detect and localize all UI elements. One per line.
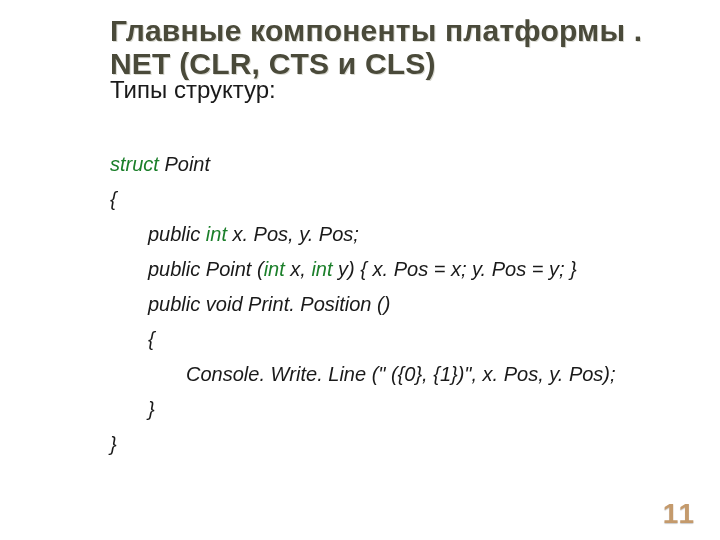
slide: Главные компоненты платформы . NET (CLR,…: [110, 10, 700, 530]
code-line: }: [110, 433, 117, 455]
page-number: 11: [663, 498, 694, 530]
code-text: x,: [285, 258, 312, 280]
code-line: Console. Write. Line (" ({0}, {1})", x. …: [110, 357, 616, 392]
code-block: struct Point { public int x. Pos, y. Pos…: [110, 112, 700, 462]
code-text: x. Pos, y. Pos;: [227, 223, 359, 245]
code-text: Point: [159, 153, 210, 175]
code-line: {: [110, 322, 155, 357]
code-line: public Point (int x, int y) { x. Pos = x…: [110, 252, 577, 287]
slide-subtitle: Типы структур:: [110, 76, 700, 104]
keyword-int: int: [264, 258, 285, 280]
keyword-int: int: [311, 258, 332, 280]
code-line: }: [110, 392, 155, 427]
keyword-struct: struct: [110, 153, 159, 175]
slide-title: Главные компоненты платформы . NET (CLR,…: [110, 14, 700, 80]
code-text: y) { x. Pos = x; y. Pos = y; }: [333, 258, 577, 280]
code-line: struct Point: [110, 153, 210, 175]
code-text: public: [148, 223, 206, 245]
code-line: public void Print. Position (): [110, 287, 390, 322]
code-line: public int x. Pos, y. Pos;: [110, 217, 359, 252]
keyword-int: int: [206, 223, 227, 245]
code-line: {: [110, 188, 117, 210]
code-text: public Point (: [148, 258, 264, 280]
